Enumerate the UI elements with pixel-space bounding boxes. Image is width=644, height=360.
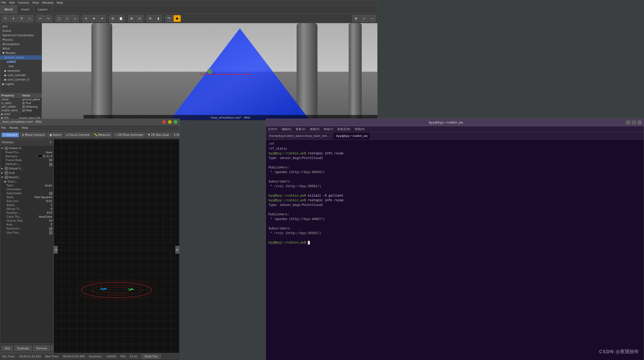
term-menu-tabs[interactable]: 标签页(B)	[337, 127, 350, 131]
tool-record[interactable]: ⏺	[173, 15, 181, 22]
term-menu-view[interactable]: 查看(V)	[296, 127, 305, 131]
check-selectable[interactable]	[49, 192, 52, 195]
menu-camera[interactable]: Camera	[18, 1, 29, 4]
rviz-min-btn[interactable]	[168, 120, 172, 124]
term-menu-search[interactable]: 搜索(S)	[310, 127, 320, 131]
rviz-scroll-left[interactable]: ◀	[54, 246, 58, 254]
menu-help[interactable]: Help	[57, 1, 63, 4]
sidebar-models[interactable]: ▼ Models	[0, 51, 42, 55]
menu-file-rviz[interactable]: File	[1, 126, 6, 130]
terminal-tab-search[interactable]	[371, 132, 644, 139]
checkbox-static[interactable]: ✓	[22, 102, 25, 105]
tab-world[interactable]: World	[0, 5, 17, 14]
checkbox-collide[interactable]: ✓	[22, 106, 25, 108]
term-menu-edit[interactable]: 编辑(E)	[282, 127, 292, 131]
check-use-fixed[interactable]	[49, 231, 52, 234]
tool-arrow[interactable]: ↖	[2, 15, 9, 22]
terminal-tab-1[interactable]: /home/byy/catkin_ws/src/livox_laser_sim.…	[266, 132, 333, 139]
checkbox-wind[interactable]: □	[22, 109, 25, 112]
background-color-box[interactable]	[38, 155, 42, 157]
rviz-scroll-right[interactable]: ▶	[175, 246, 179, 254]
tab-layers[interactable]: Layers	[34, 5, 52, 14]
sidebar-unit-cylinder-0[interactable]: ▶ unit_cylinder_0	[0, 77, 42, 82]
tool-point-light[interactable]: ☀	[82, 15, 90, 22]
tab-insert[interactable]: Insert	[17, 5, 34, 14]
menu-panels-rviz[interactable]: Panels	[9, 126, 18, 130]
tool-box[interactable]: □	[55, 15, 63, 22]
tool-minimize[interactable]: —	[368, 15, 376, 22]
check-pointcloud[interactable]	[5, 176, 8, 179]
check-grid[interactable]	[5, 171, 8, 174]
tool-select[interactable]: ▣ Select	[48, 132, 63, 137]
sidebar-gui[interactable]: GUI	[0, 24, 42, 29]
check-default-light[interactable]	[49, 163, 52, 166]
tool-paste[interactable]: 📋	[117, 15, 124, 22]
sidebar-example[interactable]: ▶ example	[0, 69, 42, 73]
check-global-options[interactable]	[5, 147, 8, 150]
sidebar-ground-plane[interactable]: ground_plane	[0, 55, 42, 60]
display-global-options[interactable]: ▼ Global O...	[0, 146, 53, 150]
rviz-viewport[interactable]: ◀ ▶ 31 fps	[54, 139, 179, 360]
display-global-status[interactable]: ▶ Global S...	[0, 166, 53, 171]
tool-align[interactable]: ⊞	[128, 15, 135, 22]
sidebar-unit-cylinder[interactable]: ▶ unit_cylinder	[0, 73, 42, 77]
menu-help-rviz[interactable]: Help	[22, 126, 28, 130]
tool-joint[interactable]: ⚙	[147, 15, 154, 22]
tool-2d-nav[interactable]: ⚑ 2D Nav Goal	[146, 132, 171, 137]
reset-time-btn[interactable]: Reset Time	[142, 354, 161, 359]
sidebar-link[interactable]: link	[0, 64, 42, 69]
tool-sphere[interactable]: ○	[64, 15, 71, 22]
tool-plugin[interactable]: ⧫	[155, 15, 162, 22]
tool-move-camera[interactable]: ⊕ Move Camera	[20, 132, 47, 137]
sidebar-spherical[interactable]: Spherical Coordinates	[0, 33, 42, 38]
gazebo-viewport[interactable]: livox_simulation.rviz* - RViz	[42, 23, 377, 120]
tool-screenshot[interactable]: 📷	[165, 15, 173, 22]
term-menu-terminal[interactable]: 终端(T)	[324, 127, 333, 131]
tool-maximize[interactable]: ⤢	[360, 15, 368, 22]
tool-focus-camera[interactable]: ◎ Focus Camera	[64, 132, 91, 137]
tool-grid-view[interactable]: ⊞	[352, 15, 360, 22]
rviz-close-btn[interactable]	[162, 120, 166, 124]
tool-publish-point[interactable]: ✦ Publish Point	[172, 132, 179, 137]
terminal-min-btn[interactable]: —	[632, 120, 636, 125]
sidebar-atmosphere[interactable]: Atmosphere	[0, 42, 42, 46]
terminal-max-btn[interactable]: □	[637, 120, 642, 125]
check-autocompute[interactable]	[49, 227, 52, 230]
term-menu-help[interactable]: 帮助(H)	[355, 127, 365, 131]
tool-redo[interactable]: ↪	[45, 15, 52, 22]
menu-view[interactable]: View	[32, 1, 39, 4]
add-display-btn[interactable]: Add	[2, 346, 13, 351]
menu-edit[interactable]: Edit	[9, 1, 15, 4]
menu-window[interactable]: Window	[42, 1, 53, 4]
tool-translate[interactable]: ✛	[10, 15, 17, 22]
tool-spot-light[interactable]: ✦	[98, 15, 106, 22]
menu-file[interactable]: File	[1, 1, 6, 4]
tool-interact[interactable]: ↔ Interact	[1, 132, 19, 137]
display-pointcloud[interactable]: ▼ PointCl...	[0, 175, 53, 180]
tool-undo[interactable]: ↩	[37, 15, 44, 22]
tool-scale[interactable]: ⤡	[26, 15, 33, 22]
sidebar-physics[interactable]: Physics	[0, 38, 42, 42]
terminal-tab-2[interactable]: byy@byy:~/catkin_ws	[333, 132, 371, 139]
displays-close[interactable]: ✕	[49, 141, 52, 144]
terminal-body[interactable]: /tf /tf_static byy@byy:~/catkin_ws$ rost…	[266, 140, 644, 360]
tool-rotate[interactable]: ↻	[18, 15, 25, 22]
tool-snap[interactable]: ⊡	[136, 15, 143, 22]
terminal-close-btn[interactable]: ✕	[626, 120, 630, 125]
prop-row-pose[interactable]: ▶ pose	[0, 112, 42, 116]
display-grid[interactable]: ▶ Grid	[0, 171, 53, 175]
check-global-status[interactable]	[5, 167, 8, 170]
duplicate-display-btn[interactable]: Duplicate	[14, 346, 32, 351]
sidebar-lights[interactable]: ▶ Lights	[0, 82, 42, 86]
remove-display-btn[interactable]: Remove	[33, 346, 50, 351]
rviz-max-btn[interactable]	[174, 120, 177, 124]
tool-copy[interactable]: ⧉	[109, 15, 116, 22]
sidebar-scene[interactable]: Scene	[0, 29, 42, 33]
sidebar-wind[interactable]: Wind	[0, 46, 42, 51]
tool-measure[interactable]: 📏 Measure	[92, 132, 112, 137]
tool-cylinder[interactable]: ▭	[72, 15, 79, 22]
tool-dir-light[interactable]: ★	[90, 15, 98, 22]
term-menu-file[interactable]: 文件(F)	[268, 127, 278, 131]
sidebar-links[interactable]: LINKS	[0, 60, 42, 64]
tool-2d-pose[interactable]: → 2D Pose Estimate	[113, 132, 145, 137]
